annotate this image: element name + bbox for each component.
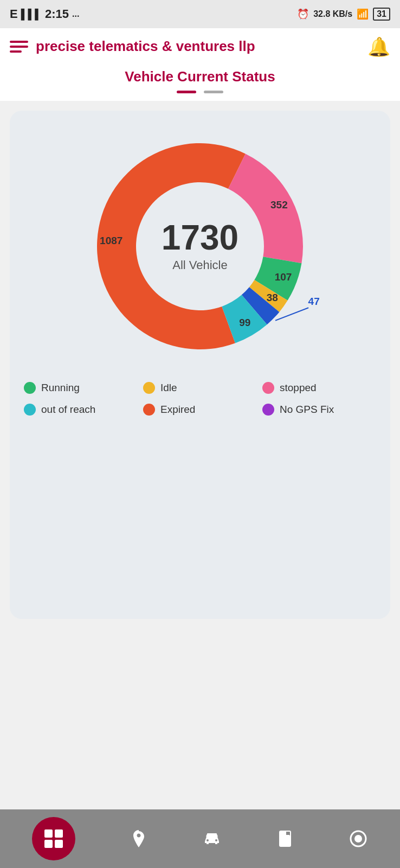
legend-color-dot <box>24 404 36 416</box>
home-nav-button[interactable] <box>32 817 75 860</box>
car-icon <box>202 829 222 848</box>
legend-color-dot <box>24 382 36 394</box>
report-icon <box>275 829 295 848</box>
legend-label: Expired <box>160 404 195 416</box>
time: 2:15 <box>45 7 69 21</box>
network-speed: 32.8 KB/s <box>313 9 352 19</box>
legend-color-dot <box>262 382 274 394</box>
signal-bars: ▌▌▌ <box>21 9 42 20</box>
app-header: precise telematics & ventures llp 🔔 <box>0 28 400 63</box>
svg-text:99: 99 <box>239 317 250 328</box>
svg-rect-9 <box>55 840 63 848</box>
location-icon <box>129 829 149 848</box>
indicator-1 <box>177 91 196 93</box>
svg-text:38: 38 <box>267 292 278 303</box>
legend-color-dot <box>262 404 274 416</box>
svg-rect-8 <box>44 840 53 848</box>
bottom-navigation <box>0 809 400 868</box>
legend-label: out of reach <box>41 404 95 416</box>
wifi-icon: 📶 <box>357 8 369 20</box>
status-dots: ... <box>72 9 79 19</box>
vehicle-nav-button[interactable] <box>202 829 222 848</box>
legend-color-dot <box>143 382 155 394</box>
status-bar-left: E ▌▌▌ 2:15 ... <box>10 7 79 21</box>
svg-rect-6 <box>44 829 53 838</box>
main-card: 1087352107384799 1730 All Vehicle Runnin… <box>10 111 390 619</box>
legend-item: stopped <box>262 382 376 394</box>
page-title-section: Vehicle Current Status <box>0 63 400 101</box>
legend-item: No GPS Fix <box>262 404 376 416</box>
hamburger-menu[interactable] <box>10 41 28 53</box>
status-bar: E ▌▌▌ 2:15 ... ⏰ 32.8 KB/s 📶 31 <box>0 0 400 28</box>
legend-item: out of reach <box>24 404 138 416</box>
signal-icon: E <box>10 7 18 21</box>
svg-text:107: 107 <box>275 271 292 283</box>
app-title: precise telematics & ventures llp <box>36 39 255 55</box>
notification-bell-icon[interactable]: 🔔 <box>367 36 390 58</box>
legend-item: Running <box>24 382 138 394</box>
chart-legend: RunningIdlestoppedout of reachExpiredNo … <box>20 382 380 416</box>
donut-chart-container: 1087352107384799 1730 All Vehicle <box>81 127 319 366</box>
svg-rect-7 <box>55 829 63 838</box>
record-icon <box>349 829 368 848</box>
spacer <box>0 619 400 809</box>
svg-text:47: 47 <box>308 296 319 307</box>
home-grid-icon <box>42 827 65 850</box>
clock-icon: ⏰ <box>297 8 309 20</box>
map-nav-button[interactable] <box>129 829 149 848</box>
legend-item: Expired <box>143 404 257 416</box>
legend-color-dot <box>143 404 155 416</box>
chart-total: 1730 <box>162 220 238 255</box>
legend-label: stopped <box>280 382 317 394</box>
chart-center: 1730 All Vehicle <box>162 220 238 272</box>
svg-point-15 <box>354 835 362 843</box>
legend-label: Running <box>41 382 80 394</box>
chart-center-label: All Vehicle <box>162 258 238 272</box>
page-indicator <box>0 91 400 93</box>
indicator-2 <box>204 91 223 93</box>
battery: 31 <box>373 8 390 21</box>
legend-label: No GPS Fix <box>280 404 334 416</box>
status-bar-right: ⏰ 32.8 KB/s 📶 31 <box>297 8 390 21</box>
legend-label: Idle <box>160 382 177 394</box>
svg-text:352: 352 <box>270 199 288 210</box>
svg-text:1087: 1087 <box>100 235 122 246</box>
report-nav-button[interactable] <box>275 829 295 848</box>
page-title: Vehicle Current Status <box>0 68 400 85</box>
legend-item: Idle <box>143 382 257 394</box>
record-nav-button[interactable] <box>349 829 368 848</box>
header-left: precise telematics & ventures llp <box>10 39 255 55</box>
